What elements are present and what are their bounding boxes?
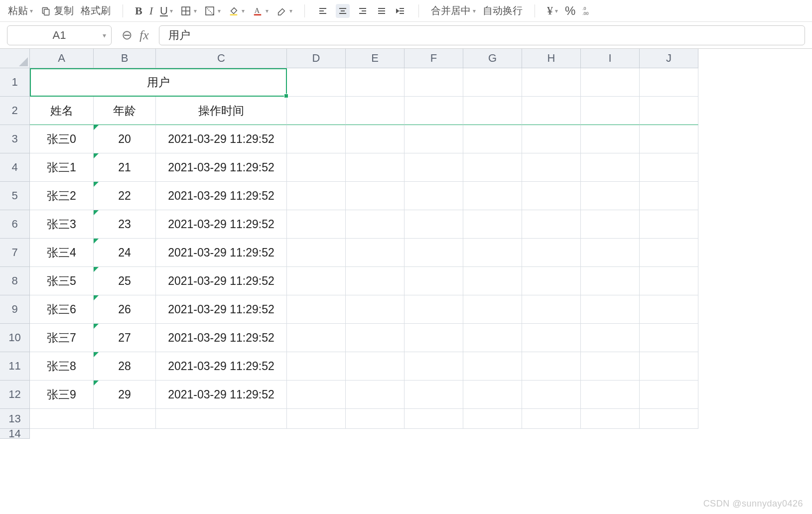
cell[interactable] — [405, 295, 463, 324]
cell[interactable] — [287, 267, 346, 295]
cell[interactable] — [640, 324, 698, 352]
cell[interactable] — [346, 125, 405, 153]
italic-button[interactable]: I — [149, 4, 153, 17]
column-header[interactable]: J — [640, 49, 698, 68]
row-header[interactable]: 9 — [0, 295, 30, 324]
align-justify-button[interactable] — [376, 5, 388, 17]
cell[interactable]: 2021-03-29 11:29:52 — [156, 381, 287, 409]
cell[interactable] — [522, 409, 581, 429]
cell[interactable] — [405, 409, 463, 429]
fx-icon[interactable]: fx — [139, 28, 149, 43]
cell[interactable] — [463, 352, 522, 381]
cell[interactable] — [287, 295, 346, 324]
cell[interactable] — [405, 267, 463, 295]
cell[interactable] — [522, 125, 581, 153]
cell[interactable] — [640, 267, 698, 295]
row-header[interactable]: 4 — [0, 153, 30, 182]
fill-color-button[interactable]: ▾ — [228, 5, 245, 17]
cell[interactable]: 2021-03-29 11:29:52 — [156, 352, 287, 381]
cell[interactable]: 2021-03-29 11:29:52 — [156, 239, 287, 267]
cell[interactable] — [346, 182, 405, 210]
align-center-button[interactable] — [336, 4, 350, 18]
cell[interactable] — [640, 68, 698, 97]
cell[interactable] — [346, 68, 405, 97]
decimal-button[interactable]: .0.00 — [582, 5, 594, 17]
cell[interactable]: 21 — [94, 153, 156, 182]
cell[interactable] — [30, 409, 94, 429]
cell[interactable] — [346, 324, 405, 352]
cell[interactable] — [522, 68, 581, 97]
cell[interactable] — [346, 267, 405, 295]
cell-merged-title[interactable]: 用户 — [30, 68, 287, 97]
cell[interactable] — [287, 68, 346, 97]
cell[interactable] — [640, 381, 698, 409]
zoom-out-icon[interactable]: ⊖ — [122, 27, 133, 43]
cell[interactable] — [581, 267, 640, 295]
cell[interactable] — [405, 239, 463, 267]
cell[interactable] — [346, 352, 405, 381]
cell[interactable] — [640, 239, 698, 267]
bold-button[interactable]: B — [135, 4, 142, 17]
cell[interactable] — [522, 239, 581, 267]
row-header[interactable]: 6 — [0, 210, 30, 239]
cell-header-time[interactable]: 操作时间 — [156, 97, 287, 125]
column-header[interactable]: I — [581, 49, 640, 68]
cell[interactable] — [346, 210, 405, 239]
cell[interactable] — [287, 239, 346, 267]
cell[interactable] — [581, 153, 640, 182]
cell[interactable] — [287, 182, 346, 210]
cell[interactable]: 2021-03-29 11:29:52 — [156, 267, 287, 295]
cell[interactable] — [287, 352, 346, 381]
align-right-button[interactable] — [357, 5, 369, 17]
cell[interactable]: 23 — [94, 210, 156, 239]
cell[interactable] — [287, 381, 346, 409]
cell[interactable] — [463, 210, 522, 239]
cell[interactable] — [405, 210, 463, 239]
row-header[interactable]: 13 — [0, 409, 30, 429]
cell[interactable] — [581, 324, 640, 352]
cell[interactable]: 27 — [94, 324, 156, 352]
cell[interactable] — [346, 409, 405, 429]
cell[interactable] — [522, 210, 581, 239]
underline-button[interactable]: U▾ — [160, 4, 173, 17]
indent-button[interactable] — [395, 5, 406, 17]
wrap-text-button[interactable]: 自动换行 — [483, 4, 523, 17]
cell[interactable]: 张三6 — [30, 295, 94, 324]
cell[interactable] — [463, 409, 522, 429]
cell[interactable] — [522, 295, 581, 324]
currency-button[interactable]: ¥▾ — [547, 4, 558, 17]
cell[interactable] — [405, 68, 463, 97]
cell[interactable] — [463, 324, 522, 352]
cell[interactable] — [640, 409, 698, 429]
percent-button[interactable]: % — [565, 4, 575, 18]
cell[interactable]: 张三0 — [30, 125, 94, 153]
column-header[interactable]: H — [522, 49, 581, 68]
column-header[interactable]: D — [287, 49, 346, 68]
cell[interactable] — [463, 125, 522, 153]
font-color-button[interactable]: A ▾ — [252, 5, 269, 17]
cell[interactable]: 2021-03-29 11:29:52 — [156, 295, 287, 324]
cell[interactable] — [287, 97, 346, 125]
column-header[interactable]: B — [94, 49, 156, 68]
cell-header-age[interactable]: 年龄 — [94, 97, 156, 125]
cell[interactable] — [640, 352, 698, 381]
row-header[interactable]: 5 — [0, 182, 30, 210]
row-header[interactable]: 3 — [0, 125, 30, 153]
formula-bar[interactable]: 用户 — [159, 25, 805, 45]
cell[interactable]: 24 — [94, 239, 156, 267]
cell[interactable]: 2021-03-29 11:29:52 — [156, 153, 287, 182]
cell[interactable]: 2021-03-29 11:29:52 — [156, 182, 287, 210]
align-left-button[interactable] — [317, 5, 329, 17]
cell[interactable]: 张三1 — [30, 153, 94, 182]
cell[interactable]: 22 — [94, 182, 156, 210]
name-box[interactable]: A1 ▾ — [7, 25, 112, 45]
cell[interactable] — [405, 125, 463, 153]
cell[interactable]: 张三9 — [30, 381, 94, 409]
cell[interactable] — [405, 97, 463, 125]
paste-button[interactable]: 粘贴 ▾ — [8, 4, 33, 17]
cell[interactable]: 29 — [94, 381, 156, 409]
cell[interactable] — [522, 97, 581, 125]
row-header[interactable]: 1 — [0, 68, 30, 97]
borders-button[interactable]: ▾ — [180, 5, 197, 17]
column-header[interactable]: G — [463, 49, 522, 68]
